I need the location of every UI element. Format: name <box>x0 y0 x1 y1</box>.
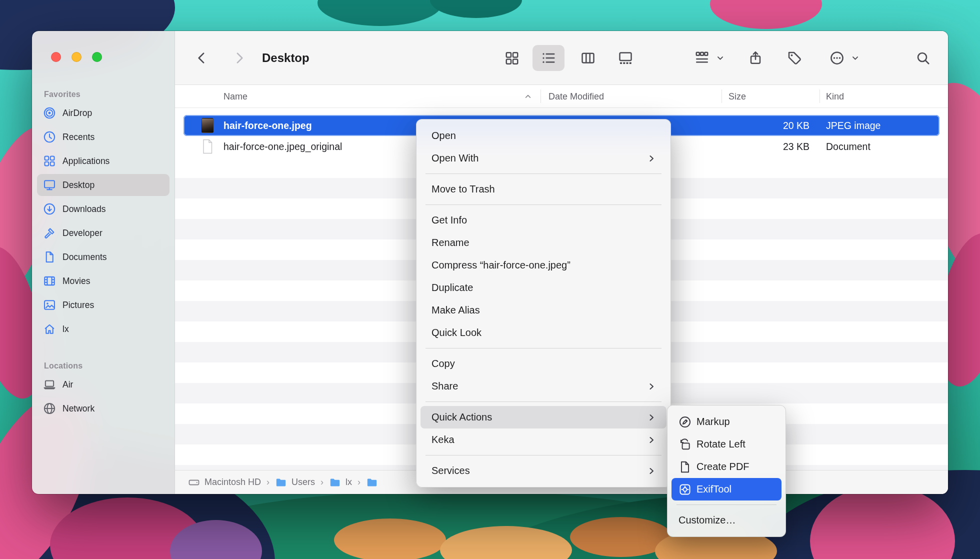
back-button[interactable] <box>194 50 210 66</box>
zoom-button[interactable] <box>92 52 102 62</box>
sidebar-item-documents[interactable]: Documents <box>37 246 170 268</box>
menu-item-compress[interactable]: Compress “hair-force-one.jpeg” <box>420 254 666 276</box>
more-options-button[interactable] <box>830 50 844 66</box>
context-menu: Open Open With Move to Trash Get Info Re… <box>416 119 671 488</box>
share-icon <box>748 50 763 66</box>
desktop-icon <box>43 178 56 192</box>
document-file-icon <box>202 139 214 154</box>
chevron-left-icon <box>194 50 210 66</box>
quick-actions-submenu: Markup Rotate Left Create PDF ExifTool C… <box>667 405 786 537</box>
film-icon <box>43 274 56 288</box>
chevron-down-icon <box>716 54 724 62</box>
menu-item-quick-look[interactable]: Quick Look <box>420 322 666 344</box>
menu-item-quick-actions[interactable]: Quick Actions <box>420 406 666 428</box>
menu-item-services[interactable]: Services <box>420 460 666 482</box>
icon-view-button[interactable] <box>504 50 520 66</box>
group-view-button[interactable] <box>694 50 710 66</box>
gallery-view-button[interactable] <box>618 50 633 66</box>
menu-item-label: Get Info <box>432 214 467 226</box>
group-view-chevron[interactable] <box>716 54 724 62</box>
sidebar-item-air[interactable]: Air <box>37 374 170 396</box>
path-item-truncated[interactable] <box>366 476 382 488</box>
submenu-item-markup[interactable]: Markup <box>672 410 782 433</box>
photo-icon <box>43 298 56 312</box>
menu-item-label: Keka <box>432 434 454 446</box>
submenu-item-rotate-left[interactable]: Rotate Left <box>672 433 782 456</box>
column-divider[interactable] <box>540 90 541 103</box>
sidebar-item-label: Downloads <box>62 204 106 214</box>
menu-item-rename[interactable]: Rename <box>420 232 666 254</box>
globe-icon <box>43 402 56 415</box>
chevron-right-icon <box>232 50 246 66</box>
sidebar-item-desktop[interactable]: Desktop <box>37 174 170 196</box>
path-item-lx[interactable]: lx <box>329 476 352 488</box>
submenu-chevron-icon <box>648 436 656 444</box>
menu-separator <box>426 204 662 205</box>
sidebar-item-lx-home[interactable]: lx <box>37 318 170 340</box>
path-separator-icon: › <box>266 477 270 488</box>
window-controls <box>51 52 102 62</box>
menu-item-label: Make Alias <box>432 304 480 316</box>
sidebar-item-label: Applications <box>62 156 110 166</box>
sidebar-section-title: Locations <box>37 354 170 374</box>
sidebar-item-pictures[interactable]: Pictures <box>37 294 170 316</box>
more-options-icon <box>830 50 844 66</box>
sidebar-item-recents[interactable]: Recents <box>37 126 170 148</box>
menu-item-get-info[interactable]: Get Info <box>420 209 666 232</box>
group-view-icon <box>694 50 710 66</box>
sidebar-item-network[interactable]: Network <box>37 398 170 420</box>
sort-ascending-icon[interactable] <box>524 92 532 100</box>
sidebar-item-airdrop[interactable]: AirDrop <box>37 102 170 124</box>
path-item-label: Users <box>292 477 315 488</box>
menu-item-open[interactable]: Open <box>420 124 666 147</box>
menu-separator <box>426 455 662 456</box>
hammer-icon <box>43 226 56 240</box>
chevron-down-icon <box>851 54 860 62</box>
sidebar-item-applications[interactable]: Applications <box>37 150 170 172</box>
column-divider[interactable] <box>722 90 722 103</box>
submenu-chevron-icon <box>648 154 656 162</box>
menu-item-copy[interactable]: Copy <box>420 352 666 375</box>
menu-separator <box>676 504 776 505</box>
list-view-icon <box>541 50 556 66</box>
menu-item-label: Quick Actions <box>432 412 492 423</box>
sidebar-spacer <box>37 342 170 354</box>
column-view-button[interactable] <box>580 50 596 66</box>
column-header-size[interactable]: Size <box>728 91 746 102</box>
column-header-name[interactable]: Name <box>224 91 248 102</box>
path-item-macintosh-hd[interactable]: Macintosh HD <box>188 476 261 488</box>
menu-item-label: Customize… <box>678 514 736 526</box>
sidebar-content: Favorites AirDrop Recents Applications D… <box>37 83 170 422</box>
tags-button[interactable] <box>787 50 802 66</box>
menu-item-move-to-trash[interactable]: Move to Trash <box>420 178 666 200</box>
menu-item-label: Copy <box>432 358 455 370</box>
column-header-kind[interactable]: Kind <box>826 91 844 102</box>
sidebar-item-downloads[interactable]: Downloads <box>37 198 170 220</box>
submenu-item-exiftool[interactable]: ExifTool <box>672 478 782 500</box>
more-options-chevron[interactable] <box>851 54 860 62</box>
sidebar-item-label: Pictures <box>62 300 94 310</box>
share-button[interactable] <box>748 50 763 66</box>
column-divider[interactable] <box>820 90 820 103</box>
column-header-date-modified[interactable]: Date Modified <box>548 91 604 102</box>
menu-item-share[interactable]: Share <box>420 375 666 398</box>
forward-button[interactable] <box>232 50 246 66</box>
menu-item-open-with[interactable]: Open With <box>420 147 666 170</box>
sidebar: Favorites AirDrop Recents Applications D… <box>32 31 175 494</box>
list-view-button[interactable] <box>541 50 556 66</box>
sidebar-item-developer[interactable]: Developer <box>37 222 170 244</box>
minimize-button[interactable] <box>72 52 82 62</box>
submenu-item-customize[interactable]: Customize… <box>672 509 782 532</box>
menu-item-make-alias[interactable]: Make Alias <box>420 299 666 322</box>
window-title: Desktop <box>262 51 310 65</box>
menu-item-duplicate[interactable]: Duplicate <box>420 276 666 299</box>
menu-item-label: Move to Trash <box>432 184 495 195</box>
path-item-users[interactable]: Users <box>275 476 315 488</box>
sidebar-item-movies[interactable]: Movies <box>37 270 170 292</box>
close-button[interactable] <box>51 52 61 62</box>
document-icon <box>43 250 56 264</box>
menu-item-keka[interactable]: Keka <box>420 428 666 451</box>
menu-item-label: Quick Look <box>432 327 482 338</box>
search-button[interactable] <box>916 50 930 66</box>
submenu-item-create-pdf[interactable]: Create PDF <box>672 456 782 478</box>
